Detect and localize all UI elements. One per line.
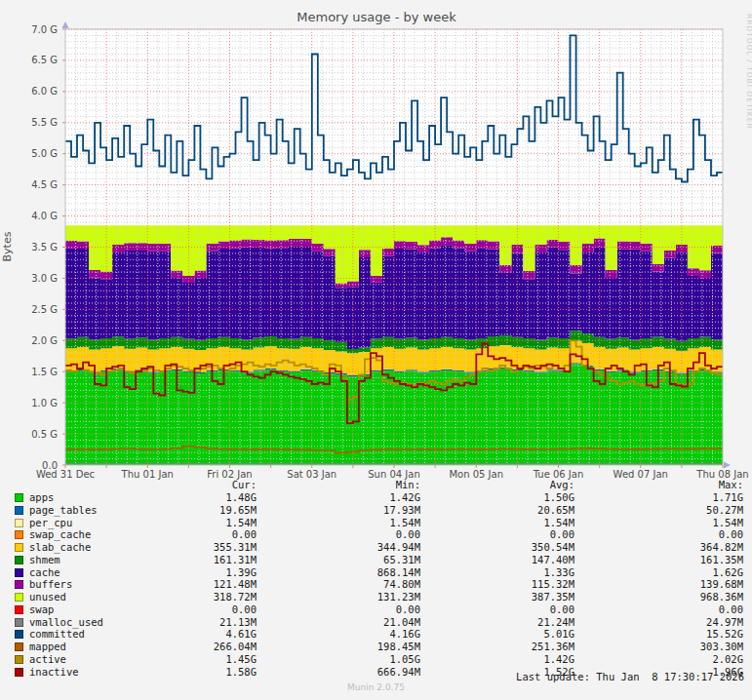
legend-series-label: active [29,653,66,665]
legend-value-cur: 318.72M [0,591,257,603]
x-tick-label: Thu 08 Jan [695,469,748,480]
y-tick-label: 6.0 G [31,86,58,97]
y-tick-label: 2.5 G [31,304,58,315]
legend-color-swatch [15,568,23,577]
legend-value-max: 15.52G [0,628,743,640]
y-tick-label: 5.5 G [31,117,58,128]
legend-color-swatch [15,556,23,564]
legend-series-label: buffers [29,578,72,590]
x-tick-label: Fri 02 Jan [207,469,252,480]
y-axis-label: Bytes [1,231,14,261]
x-axis-tick-labels: Wed 31 DecThu 01 JanFri 02 JanSat 03 Jan… [36,469,749,480]
legend-series-label: shmem [29,554,60,565]
legend-value-avg: 115.32M [0,578,574,590]
legend-color-swatch [15,668,23,677]
legend-value-max: 24.97M [0,616,743,628]
legend-series-label: slab_cache [29,541,91,553]
legend-value-avg: 20.65M [0,504,574,516]
legend-color-swatch [15,493,23,502]
y-tick-label: 2.0 G [31,335,58,346]
legend-series-label: swap_cache [29,528,91,540]
legend-value-min: 0.00 [0,603,420,615]
legend-value-avg: 1.33G [0,566,574,578]
legend-value-min: 1.54M [0,517,420,528]
legend-value-avg: 350.54M [0,541,574,553]
y-axis-arrow-icon [62,21,69,28]
y-tick-label: 1.5 G [31,367,58,377]
y-tick-label: 4.5 G [31,179,58,190]
legend-series-label: unused [29,591,66,603]
legend-value-avg: 1.50G [0,491,574,503]
legend-value-cur: 0.00 [0,528,257,540]
x-tick-label: Mon 05 Jan [449,469,503,480]
legend-value-min: 17.93M [0,504,420,516]
legend-color-swatch [15,642,23,651]
legend-color-swatch [15,630,23,639]
y-tick-label: 4.0 G [31,211,58,221]
legend-value-cur: 4.61G [0,628,257,640]
y-tick-label: 3.0 G [31,273,58,284]
memory-usage-chart: Memory usage - by week Bytes RRDTOOL / T… [0,0,752,487]
legend-value-cur: 1.54M [0,517,257,528]
legend-value-avg: 0.00 [0,603,574,615]
legend-value-min: 666.94M [0,666,420,678]
x-tick-label: Thu 01 Jan [121,469,174,480]
legend-series-label: mapped [29,641,66,652]
legend-value-min: 868.14M [0,566,420,578]
munin-version-text: Munin 2.0.75 [0,682,752,692]
legend-series-label: vmalloc_used [29,616,103,628]
y-axis-tick-labels: 0.00.5 G1.0 G1.5 G2.0 G2.5 G3.0 G3.5 G4.… [31,24,58,471]
legend-value-avg: 1.54M [0,517,574,528]
legend-value-min: 198.45M [0,641,420,652]
legend-series-label: apps [29,491,54,503]
legend-value-min: 1.42G [0,491,420,503]
legend-value-min: 344.94M [0,541,420,553]
legend-value-avg: 387.35M [0,591,574,603]
legend-value-cur: 1.58G [0,666,257,678]
legend-value-max: 1.96G [0,666,743,678]
y-tick-label: 1.0 G [31,398,58,408]
legend-series-label: swap [29,603,54,615]
legend-color-swatch [15,605,23,614]
x-tick-label: Wed 07 Jan [613,469,668,480]
y-tick-label: 3.5 G [31,242,58,253]
legend-value-min: 65.31M [0,554,420,565]
rrdtool-watermark: RRDTOOL / TOBI OETIKER [745,14,752,130]
legend-color-swatch [15,655,23,664]
legend-value-max: 364.82M [0,541,743,553]
legend-value-cur: 266.04M [0,641,257,652]
legend-color-swatch [15,618,23,627]
legend-value-cur: 1.39G [0,566,257,578]
legend-value-min: 74.80M [0,578,420,590]
legend-series-label: per_cpu [29,517,72,528]
legend-value-cur: 1.45G [0,653,257,665]
legend-color-swatch [15,580,23,589]
y-tick-label: 5.0 G [31,148,58,159]
legend-value-avg: 1.52G [0,666,574,678]
legend-value-cur: 21.13M [0,616,257,628]
legend-value-max: 0.00 [0,528,743,540]
legend-value-max: 968.36M [0,591,743,603]
legend-value-avg: 1.42G [0,653,574,665]
legend-color-swatch [15,506,23,515]
last-update-text: Last update: Thu Jan 8 17:30:17 2026 [0,671,744,682]
legend-value-max: 1.54M [0,517,743,528]
legend-series-label: page_tables [29,504,98,516]
legend-value-avg: 147.40M [0,554,574,565]
y-tick-label: 6.5 G [31,55,58,65]
legend-value-max: 50.27M [0,504,743,516]
legend-color-swatch [15,530,23,539]
x-tick-label: Wed 31 Dec [36,469,95,480]
legend-value-avg: 251.36M [0,641,574,652]
legend-value-max: 1.62G [0,566,743,578]
legend-series-label: inactive [29,666,79,678]
legend-value-max: 161.35M [0,554,743,565]
y-tick-label: 0.5 G [31,429,58,440]
legend-color-swatch [15,593,23,602]
legend-value-cur: 161.31M [0,554,257,565]
legend-value-min: 1.05G [0,653,420,665]
munin-memory-graph-page: Memory usage - by week Bytes RRDTOOL / T… [0,0,752,700]
legend-value-max: 303.30M [0,641,743,652]
legend-value-min: 0.00 [0,528,420,540]
legend-value-cur: 1.48G [0,491,257,503]
